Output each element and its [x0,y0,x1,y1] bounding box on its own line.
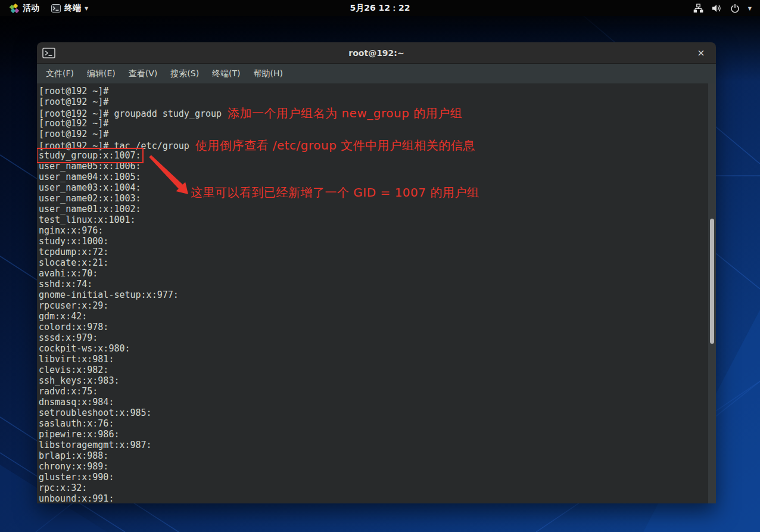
terminal-line: brlapi:x:988: [39,450,706,461]
terminal-text: user_name04:x:1005: [39,172,141,182]
terminal-line: user_name05:x:1006: [39,161,706,172]
terminal-text: dnsmasq:x:984: [39,397,114,407]
terminal-text: tcpdump:x:72: [39,247,108,257]
scrollbar-thumb[interactable] [710,219,714,344]
terminal-line: user_name01:x:1002: [39,204,706,214]
terminal-line: sshd:x:74: [39,279,706,290]
terminal-text: ssh_keys:x:983: [39,375,119,386]
network-wired-icon [693,4,703,13]
terminal-text: clevis:x:982: [39,365,108,375]
terminal-text: user_name03:x:1004: [39,182,141,193]
activities-button[interactable]: 活动 [6,0,43,16]
terminal-text: radvd:x:75: [39,386,98,397]
terminal-line: chrony:x:989: [39,461,706,472]
terminal-line: cockpit-ws:x:980: [39,343,706,354]
terminal-text: sssd:x:979: [39,332,98,343]
terminal-line: slocate:x:21: [39,257,706,268]
app-label: 终端 [64,3,81,14]
system-status-area[interactable]: ▼ [693,0,760,16]
terminal-line: libvirt:x:981: [39,354,706,365]
annotation-groupadd: 添加一个用户组名为 new_group 的用户组 [228,108,462,119]
terminal-text: saslauth:x:76: [39,418,114,429]
terminal-text: user_name01:x:1002: [39,204,141,214]
terminal-line: radvd:x:75: [39,386,706,397]
terminal-text: libstoragemgmt:x:987: [39,440,152,450]
terminal-line: rpc:x:32: [39,483,706,493]
terminal-text: chrony:x:989: [39,461,108,472]
terminal-text: test_linux:x:1001: [39,214,136,225]
terminal-line: [root@192 ~]# [39,86,706,97]
terminal-line: gluster:x:990: [39,472,706,483]
terminal-line: dnsmasq:x:984: [39,397,706,407]
window-titlebar[interactable]: root@192:~ × [37,42,716,64]
terminal-line: [root@192 ~]# tac /etc/group使用倒序查看 /etc/… [39,139,706,150]
focused-app-menu[interactable]: 终端 ▼ [48,0,92,16]
terminal-text: [root@192 ~]# [39,118,114,129]
terminal-text: gnome-initial-setup:x:977: [39,290,179,300]
terminal-text: rpc:x:32: [39,483,87,493]
terminal-line: gnome-initial-setup:x:977: [39,290,706,300]
terminal-text: colord:x:978: [39,322,108,332]
menu-bar: 文件(F)编辑(E)查看(V)搜索(S)终端(T)帮助(H) [37,64,716,83]
menu-item[interactable]: 文件(F) [39,64,80,83]
terminal-text: setroubleshoot:x:985: [39,407,152,418]
terminal-line: libstoragemgmt:x:987: [39,440,706,450]
terminal-window: root@192:~ × 文件(F)编辑(E)查看(V)搜索(S)终端(T)帮助… [37,42,716,503]
terminal-line: nginx:x:976: [39,225,706,236]
volume-icon [712,4,722,13]
clock[interactable]: 5月26 12：22 [350,3,410,13]
terminal-text: slocate:x:21: [39,257,108,268]
terminal-text: gdm:x:42: [39,311,87,322]
terminal-line: sssd:x:979: [39,332,706,343]
terminal-line: ssh_keys:x:983: [39,375,706,386]
power-icon [730,4,740,13]
terminal-line: avahi:x:70: [39,268,706,279]
terminal-line: setroubleshoot:x:985: [39,407,706,418]
scrollbar-track[interactable] [708,83,716,503]
terminal-text: brlapi:x:988: [39,450,108,461]
terminal-line: clevis:x:982: [39,365,706,375]
terminal-text: user_name02:x:1003: [39,193,141,204]
terminal-text: study:x:1000: [39,236,108,247]
top-bar: 活动 终端 ▼ 5月26 12：22 [0,0,760,16]
terminal-output: [root@192 ~]# [root@192 ~]# [root@192 ~]… [39,86,706,503]
terminal-text: cockpit-ws:x:980: [39,343,130,354]
terminal-line: pipewire:x:986: [39,429,706,440]
terminal-line: [root@192 ~]# groupadd study_group添加一个用户… [39,107,706,118]
terminal-text: avahi:x:70: [39,268,98,279]
chevron-down-icon: ▼ [85,6,88,11]
menu-item[interactable]: 终端(T) [205,64,247,83]
terminal-text: [root@192 ~]# [39,97,114,107]
menu-item[interactable]: 查看(V) [122,64,164,83]
activities-label: 活动 [23,3,39,14]
terminal-text: libvirt:x:981: [39,354,114,365]
highlighted-group-entry: study_group:x:1007: [39,150,141,161]
terminal-app-icon [51,4,61,13]
terminal-line: tcpdump:x:72: [39,247,706,257]
terminal-line: user_name04:x:1005: [39,172,706,182]
distro-logo-icon [10,4,19,13]
close-icon[interactable]: × [694,46,708,60]
terminal-text: user_name05:x:1006: [39,161,141,172]
terminal-text: gluster:x:990: [39,472,114,483]
menu-item[interactable]: 搜索(S) [164,64,205,83]
menu-item[interactable]: 编辑(E) [80,64,122,83]
terminal-text: rpcuser:x:29: [39,300,108,311]
desktop: 活动 终端 ▼ 5月26 12：22 [0,0,760,532]
terminal-text: nginx:x:976: [39,225,103,236]
terminal-content[interactable]: [root@192 ~]# [root@192 ~]# [root@192 ~]… [37,83,716,503]
terminal-line: gdm:x:42: [39,311,706,322]
terminal-text: sshd:x:74: [39,279,92,290]
terminal-line: rpcuser:x:29: [39,300,706,311]
window-title: root@192:~ [37,48,716,58]
annotation-tac: 使用倒序查看 /etc/group 文件中用户组相关的信息 [195,140,475,151]
annotation-arrow [144,150,198,204]
terminal-line: test_linux:x:1001: [39,214,706,225]
terminal-text: unbound:x:991: [39,493,114,503]
chevron-down-icon: ▼ [748,6,752,11]
terminal-text: pipewire:x:986: [39,429,119,440]
terminal-text: [root@192 ~]# [39,129,114,139]
menu-item[interactable]: 帮助(H) [247,64,289,83]
terminal-line: unbound:x:991: [39,493,706,503]
terminal-line: study:x:1000: [39,236,706,247]
